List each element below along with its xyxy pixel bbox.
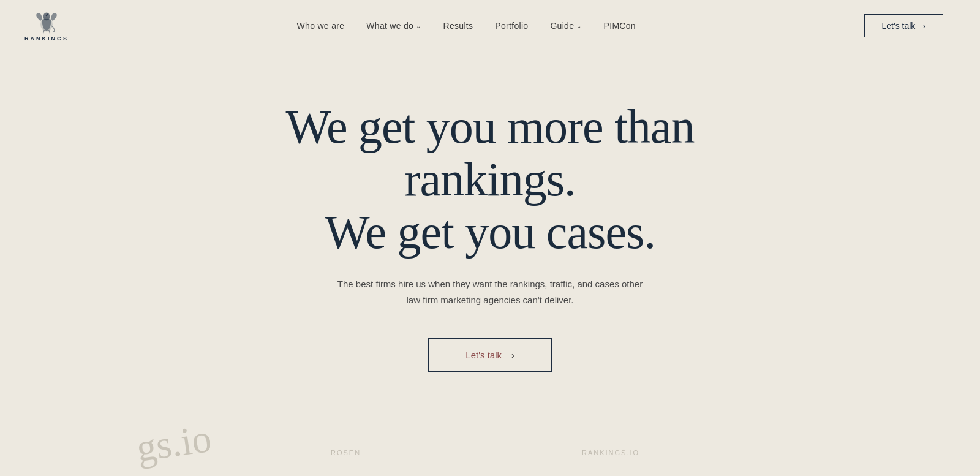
nav-link-guide[interactable]: Guide ⌄ [550, 21, 581, 31]
nav-cta-arrow: › [922, 21, 925, 31]
navbar: RANKINGS Who we are What we do ⌄ Results… [0, 0, 980, 51]
nav-link-portfolio[interactable]: Portfolio [495, 21, 528, 31]
rotated-text: gs.io [135, 416, 210, 470]
bottom-logo-3-text: Rankings.io [582, 449, 639, 456]
nav-item-portfolio[interactable]: Portfolio [495, 20, 528, 31]
svg-point-4 [46, 15, 48, 17]
bottom-logo-2-text: Rosen [331, 449, 361, 456]
hero-cta-label: Let's talk [466, 350, 502, 360]
nav-link-pimcon[interactable]: PIMCon [604, 21, 636, 31]
nav-item-guide[interactable]: Guide ⌄ [550, 21, 581, 31]
bottom-logos-strip: gs.io Rosen Rankings.io [0, 409, 980, 470]
nav-item-results[interactable]: Results [443, 20, 473, 31]
nav-item-pimcon[interactable]: PIMCon [604, 20, 636, 31]
chevron-down-icon: ⌄ [416, 23, 421, 29]
nav-item-what-we-do[interactable]: What we do ⌄ [366, 21, 421, 31]
hero-headline: We get you more than rankings. We get yo… [214, 100, 766, 258]
chevron-down-icon-2: ⌄ [576, 23, 581, 29]
hero-headline-line1: We get you more than rankings. [286, 100, 695, 206]
nav-item-who-we-are[interactable]: Who we are [297, 20, 345, 31]
hero-subtext: The best firms hire us when they want th… [337, 276, 643, 308]
hero-headline-line2: We get you cases. [325, 205, 655, 259]
rotated-logo-item: gs.io [135, 409, 210, 470]
logo[interactable]: RANKINGS [24, 10, 69, 42]
bottom-logo-3: Rankings.io [582, 447, 639, 458]
logo-text: RANKINGS [24, 36, 69, 42]
hero-cta-arrow: › [511, 350, 514, 360]
hero-section: We get you more than rankings. We get yo… [0, 51, 980, 409]
logo-icon [31, 10, 62, 34]
nav-link-what-we-do[interactable]: What we do ⌄ [366, 21, 421, 31]
nav-lets-talk-button[interactable]: Let's talk › [864, 14, 943, 37]
bottom-logo-2: Rosen [331, 447, 361, 458]
nav-link-results[interactable]: Results [443, 21, 473, 31]
nav-link-who-we-are[interactable]: Who we are [297, 21, 345, 31]
hero-lets-talk-button[interactable]: Let's talk › [428, 338, 551, 372]
nav-links: Who we are What we do ⌄ Results Portfoli… [297, 20, 636, 31]
hero-subtext-text: The best firms hire us when they want th… [337, 279, 643, 305]
nav-cta-label: Let's talk [882, 21, 916, 31]
